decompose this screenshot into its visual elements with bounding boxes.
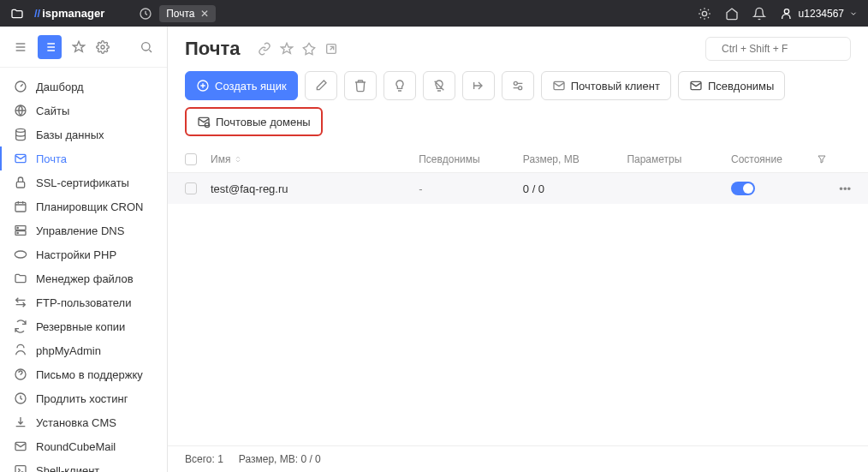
tab-close-icon[interactable]: ✕ bbox=[200, 8, 209, 20]
create-mailbox-button[interactable]: Создать ящик bbox=[185, 71, 298, 100]
th-size[interactable]: Размер, MB bbox=[523, 153, 627, 165]
sidebar-item-dashboard[interactable]: Дашборд bbox=[0, 75, 167, 99]
disable-button[interactable] bbox=[423, 71, 455, 100]
sidebar-item-support[interactable]: Письмо в поддержку bbox=[0, 362, 167, 386]
mail-settings-icon bbox=[552, 79, 566, 93]
brand-text: ispmanager bbox=[42, 7, 104, 20]
search-icon[interactable] bbox=[140, 40, 153, 54]
th-alias[interactable]: Псевдонимы bbox=[419, 153, 523, 165]
chevron-down-icon bbox=[849, 9, 858, 18]
svg-point-15 bbox=[15, 251, 26, 258]
user-menu[interactable]: u1234567 bbox=[780, 7, 858, 21]
sort-icon bbox=[234, 155, 242, 164]
sidebar-item-dns[interactable]: Управление DNS bbox=[0, 218, 167, 242]
nav-label: RoundCubeMail bbox=[36, 440, 116, 453]
row-checkbox[interactable] bbox=[185, 182, 211, 194]
enable-button[interactable] bbox=[383, 71, 416, 100]
footer-total: Всего: 1 bbox=[185, 453, 223, 465]
sidebar-item-ftp[interactable]: FTP-пользователи bbox=[0, 290, 167, 314]
alias-icon bbox=[689, 79, 703, 93]
filter-icon bbox=[817, 154, 827, 164]
sidebar-item-ssl[interactable]: SSL-сертификаты bbox=[0, 170, 167, 194]
sidebar-item-phpmyadmin[interactable]: phpMyAdmin bbox=[0, 338, 167, 362]
history-icon[interactable] bbox=[139, 7, 152, 21]
logo[interactable]: // ispmanager bbox=[34, 7, 104, 20]
mail-icon bbox=[14, 439, 27, 453]
settings-icon[interactable] bbox=[96, 40, 110, 54]
sidebar-item-php[interactable]: Настройки PHP bbox=[0, 242, 167, 266]
tab-area: Почта ✕ bbox=[139, 5, 215, 22]
user-label: u1234567 bbox=[799, 8, 844, 20]
row-state bbox=[731, 182, 817, 195]
pin-icon[interactable] bbox=[302, 42, 316, 56]
aliases-button[interactable]: Псевдонимы bbox=[678, 71, 785, 100]
sidebar-item-mail[interactable]: Почта bbox=[0, 146, 167, 170]
folder-icon[interactable] bbox=[10, 7, 24, 21]
nav-label: Планировщик CRON bbox=[36, 200, 144, 213]
sidebar-item-sites[interactable]: Сайты bbox=[0, 99, 167, 122]
sidebar-top-left bbox=[14, 35, 110, 59]
btn-label: Почтовый клиент bbox=[571, 80, 660, 93]
svg-point-24 bbox=[518, 87, 521, 90]
link-icon[interactable] bbox=[258, 42, 271, 56]
svg-point-1 bbox=[702, 11, 706, 15]
external-icon[interactable] bbox=[324, 42, 338, 56]
logo-slash-icon: // bbox=[34, 7, 40, 20]
th-name[interactable]: Имя bbox=[211, 153, 419, 165]
sidebar-item-files[interactable]: Менеджер файлов bbox=[0, 266, 167, 290]
tab-mail[interactable]: Почта ✕ bbox=[159, 5, 215, 22]
bulb-off-icon bbox=[432, 79, 446, 93]
svg-point-13 bbox=[17, 227, 18, 228]
delete-button[interactable] bbox=[344, 71, 377, 100]
sidebar-item-cron[interactable]: Планировщик CRON bbox=[0, 194, 167, 218]
svg-rect-19 bbox=[15, 466, 26, 472]
table-row[interactable]: test@faq-reg.ru - 0 / 0 ••• bbox=[168, 173, 868, 204]
sidebar-item-cms[interactable]: Установка CMS bbox=[0, 410, 167, 434]
sidebar-item-shell[interactable]: Shell-клиент bbox=[0, 458, 167, 472]
menu-icon[interactable] bbox=[14, 40, 27, 54]
checkbox-icon[interactable] bbox=[185, 153, 197, 165]
help-icon bbox=[14, 367, 27, 381]
sidebar-item-backup[interactable]: Резервные копии bbox=[0, 314, 167, 338]
th-actions[interactable] bbox=[817, 154, 851, 164]
mail-domains-button[interactable]: Почтовые домены bbox=[185, 107, 323, 136]
forward-button[interactable] bbox=[462, 71, 495, 100]
topbar: // ispmanager Почта ✕ u1234567 bbox=[0, 0, 868, 27]
checkbox-icon[interactable] bbox=[185, 182, 197, 194]
home-icon[interactable] bbox=[725, 7, 739, 21]
list-icon[interactable] bbox=[38, 35, 62, 59]
search-input[interactable] bbox=[722, 43, 850, 55]
row-actions[interactable]: ••• bbox=[817, 182, 851, 195]
pencil-icon bbox=[314, 79, 328, 93]
star-icon[interactable] bbox=[280, 42, 294, 56]
nav-label: Письмо в поддержку bbox=[36, 368, 143, 381]
nav: Дашборд Сайты Базы данных Почта SSL-серт… bbox=[0, 68, 167, 472]
edit-button[interactable] bbox=[305, 71, 337, 100]
php-icon bbox=[14, 248, 27, 261]
footer: Всего: 1 Размер, MB: 0 / 0 bbox=[168, 445, 868, 472]
star-icon[interactable] bbox=[72, 40, 86, 54]
mail-client-button[interactable]: Почтовый клиент bbox=[541, 71, 671, 100]
filter-icon bbox=[511, 79, 525, 93]
search-box[interactable] bbox=[705, 37, 851, 61]
header-icons bbox=[258, 42, 338, 56]
th-checkbox[interactable] bbox=[185, 153, 211, 165]
nav-label: Сайты bbox=[36, 105, 69, 117]
table: Имя Псевдонимы Размер, MB Параметры Сост… bbox=[168, 146, 868, 445]
nav-label: Настройки PHP bbox=[36, 248, 116, 261]
sidebar-item-renew[interactable]: Продлить хостинг bbox=[0, 386, 167, 410]
sun-icon[interactable] bbox=[698, 7, 711, 21]
clock-icon bbox=[14, 391, 27, 405]
sidebar-item-roundcube[interactable]: RoundCubeMail bbox=[0, 434, 167, 458]
row-alias: - bbox=[419, 182, 523, 195]
bell-icon[interactable] bbox=[752, 7, 766, 21]
nav-label: Менеджер файлов bbox=[36, 272, 134, 285]
tab-label: Почта bbox=[166, 8, 194, 20]
th-state[interactable]: Состояние bbox=[731, 153, 817, 165]
server-icon bbox=[14, 224, 27, 237]
filter-button[interactable] bbox=[502, 71, 534, 100]
svg-point-2 bbox=[784, 9, 788, 13]
state-toggle[interactable] bbox=[731, 182, 755, 195]
th-params[interactable]: Параметры bbox=[627, 153, 731, 165]
sidebar-item-db[interactable]: Базы данных bbox=[0, 122, 167, 146]
